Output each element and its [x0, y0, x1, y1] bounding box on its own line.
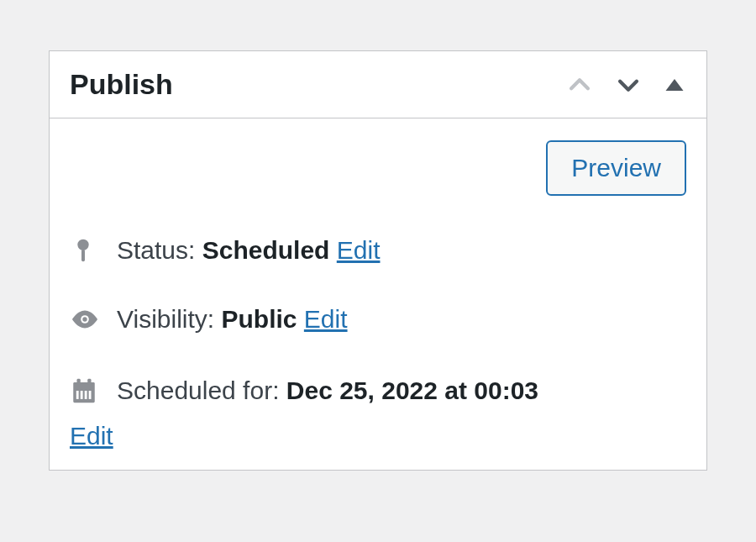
status-text: Status: Scheduled Edit — [117, 233, 380, 268]
status-value: Scheduled — [202, 236, 330, 264]
panel-header: Publish — [50, 51, 706, 118]
svg-rect-9 — [81, 391, 83, 399]
move-up-icon[interactable] — [565, 71, 594, 99]
svg-point-1 — [77, 239, 88, 250]
schedule-row: Scheduled for: Dec 25, 2022 at 00:03 Edi… — [70, 371, 686, 456]
svg-rect-10 — [85, 391, 87, 399]
panel-header-controls — [565, 71, 686, 99]
status-edit-link[interactable]: Edit — [337, 236, 381, 264]
svg-rect-11 — [89, 391, 92, 399]
visibility-text: Visibility: Public Edit — [117, 302, 348, 337]
svg-rect-2 — [81, 250, 85, 262]
svg-point-4 — [82, 317, 87, 321]
schedule-edit-link[interactable]: Edit — [70, 416, 686, 456]
eye-icon — [70, 304, 100, 334]
schedule-line: Scheduled for: Dec 25, 2022 at 00:03 — [70, 371, 686, 411]
schedule-value: Dec 25, 2022 at 00:03 — [286, 376, 538, 404]
schedule-label: Scheduled for: — [117, 376, 279, 404]
status-row: Status: Scheduled Edit — [70, 233, 686, 268]
publish-panel: Publish Preview Status: Scheduled — [49, 50, 707, 471]
svg-rect-8 — [76, 391, 79, 399]
panel-body: Preview Status: Scheduled Edit Visibilit… — [50, 118, 706, 470]
status-label: Status: — [117, 236, 195, 264]
svg-marker-0 — [666, 79, 684, 91]
svg-rect-7 — [87, 379, 91, 385]
panel-title: Publish — [70, 68, 173, 101]
visibility-label: Visibility: — [117, 305, 214, 333]
visibility-value: Public — [222, 305, 297, 333]
visibility-edit-link[interactable]: Edit — [304, 305, 348, 333]
visibility-row: Visibility: Public Edit — [70, 302, 686, 337]
collapse-toggle-icon[interactable] — [663, 73, 686, 97]
schedule-text: Scheduled for: Dec 25, 2022 at 00:03 — [117, 371, 538, 411]
preview-row: Preview — [70, 140, 686, 196]
key-icon — [70, 237, 100, 264]
preview-button[interactable]: Preview — [546, 140, 686, 196]
svg-rect-6 — [77, 379, 81, 385]
move-down-icon[interactable] — [614, 71, 643, 99]
calendar-icon — [70, 376, 100, 405]
